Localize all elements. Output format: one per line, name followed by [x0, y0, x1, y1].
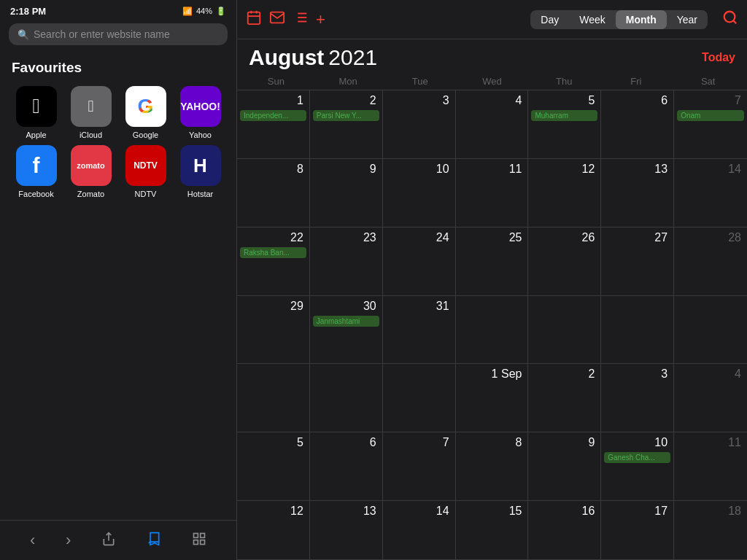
cell-aug4[interactable]: 4 — [456, 90, 529, 158]
event-independence[interactable]: Independen... — [240, 110, 306, 121]
date-sep8: 8 — [459, 435, 525, 451]
apple-label: Apple — [26, 131, 46, 139]
cell-sep7[interactable]: 7 — [383, 432, 456, 500]
cell-sep2[interactable]: 2 — [528, 364, 601, 432]
fav-yahoo[interactable]: YAHOO! Yahoo — [176, 86, 225, 139]
cell-aug30[interactable]: 30 Janmashtami — [310, 296, 383, 364]
cell-sep1[interactable]: 1 Sep — [456, 364, 529, 432]
date-sep16: 16 — [531, 503, 597, 519]
date-sep6: 6 — [313, 435, 379, 451]
cell-aug2[interactable]: 2 Parsi New Y... — [310, 90, 383, 158]
cell-aug31[interactable]: 31 — [383, 296, 456, 364]
cell-aug8[interactable]: 8 — [237, 159, 310, 227]
cell-aug5[interactable]: 5 Muharram — [528, 90, 601, 158]
list-icon-button[interactable] — [293, 9, 309, 29]
view-day[interactable]: Day — [530, 10, 569, 29]
cell-sep13[interactable]: 13 — [310, 501, 383, 559]
cell-aug26[interactable]: 26 — [528, 228, 601, 295]
add-event-button[interactable]: + — [316, 10, 325, 29]
date-2: 2 — [313, 93, 379, 109]
cell-sep11[interactable]: 11 — [674, 432, 747, 500]
cell-sep3[interactable]: 3 — [601, 364, 674, 432]
date-31: 31 — [386, 298, 452, 314]
cell-aug14[interactable]: 14 — [674, 159, 747, 227]
cell-sep10[interactable]: 10 Ganesh Cha... — [601, 432, 674, 500]
cell-aug28[interactable]: 28 — [674, 228, 747, 295]
cell-sep17[interactable]: 17 — [601, 501, 674, 559]
event-parsi[interactable]: Parsi New Y... — [313, 110, 379, 121]
cell-aug10[interactable]: 10 — [383, 159, 456, 227]
cell-aug12[interactable]: 12 — [528, 159, 601, 227]
fav-hotstar[interactable]: H Hotstar — [176, 145, 225, 198]
calendar-icon-button[interactable] — [246, 9, 262, 29]
hotstar-logo: H — [193, 155, 207, 177]
cell-sep6[interactable]: 6 — [310, 432, 383, 500]
view-month[interactable]: Month — [616, 10, 667, 29]
cell-empty-5[interactable] — [237, 364, 310, 432]
view-week[interactable]: Week — [569, 10, 616, 29]
bookmarks-button[interactable] — [144, 529, 164, 553]
date-24: 24 — [386, 230, 452, 246]
cell-aug13[interactable]: 13 — [601, 159, 674, 227]
cell-aug1[interactable]: 1 Independen... — [237, 90, 310, 158]
fav-ndtv[interactable]: NDTV NDTV — [121, 145, 170, 198]
cell-sep5[interactable]: 5 — [237, 432, 310, 500]
cell-aug22[interactable]: 22 Raksha Ban... — [237, 228, 310, 295]
fav-google[interactable]: G Google — [121, 86, 170, 139]
cell-aug27[interactable]: 27 — [601, 228, 674, 295]
yahoo-logo: YAHOO! — [180, 101, 220, 112]
status-time: 2:18 PM — [10, 6, 46, 17]
yahoo-icon-bg: YAHOO! — [180, 86, 221, 127]
cell-aug9[interactable]: 9 — [310, 159, 383, 227]
cell-sep16[interactable]: 16 — [528, 501, 601, 559]
date-empty-7 — [386, 366, 452, 369]
today-button[interactable]: Today — [702, 51, 735, 64]
cell-empty-4[interactable] — [674, 296, 747, 364]
event-muharram[interactable]: Muharram — [531, 110, 597, 121]
cell-aug11[interactable]: 11 — [456, 159, 529, 227]
cell-sep18[interactable]: 18 — [674, 501, 747, 559]
date-22: 22 — [240, 230, 306, 246]
cell-aug24[interactable]: 24 — [383, 228, 456, 295]
battery-icon: 🔋 — [216, 7, 226, 16]
calendar-search-button[interactable] — [722, 9, 738, 29]
forward-button[interactable]: › — [63, 528, 74, 553]
cal-toolbar-icons: + — [246, 9, 325, 29]
fav-zomato[interactable]: zomato Zomato — [66, 145, 115, 198]
cell-aug23[interactable]: 23 — [310, 228, 383, 295]
cell-sep8[interactable]: 8 — [456, 432, 529, 500]
event-ganesh[interactable]: Ganesh Cha... — [604, 452, 670, 463]
fav-apple[interactable]:  Apple — [12, 86, 61, 139]
view-year[interactable]: Year — [667, 10, 708, 29]
cell-sep9[interactable]: 9 — [528, 432, 601, 500]
event-onam[interactable]: Onam — [677, 110, 744, 121]
date-28: 28 — [677, 230, 744, 246]
fav-facebook[interactable]: f Facebook — [12, 145, 61, 198]
cell-aug25[interactable]: 25 — [456, 228, 529, 295]
cell-aug3[interactable]: 3 — [383, 90, 456, 158]
back-button[interactable]: ‹ — [27, 528, 38, 553]
cell-empty-7[interactable] — [383, 364, 456, 432]
fav-icloud[interactable]:  iCloud — [66, 86, 115, 139]
date-5: 5 — [531, 93, 597, 109]
cell-sep12[interactable]: 12 — [237, 501, 310, 559]
cell-empty-6[interactable] — [310, 364, 383, 432]
calendar-panel: + Day Week Month Year August 2021 Today … — [237, 0, 747, 560]
event-raksha[interactable]: Raksha Ban... — [240, 247, 306, 258]
search-bar[interactable]: 🔍 Search or enter website name — [9, 23, 228, 45]
cell-aug7[interactable]: 7 Onam — [674, 90, 747, 158]
cell-empty-2[interactable] — [528, 296, 601, 364]
cell-sep15[interactable]: 15 — [456, 501, 529, 559]
favourites-title: Favourites — [12, 60, 225, 76]
cell-empty-3[interactable] — [601, 296, 674, 364]
share-button[interactable] — [98, 529, 119, 553]
tabs-button[interactable] — [189, 529, 209, 553]
event-janmashtami[interactable]: Janmashtami — [313, 316, 379, 327]
inbox-icon-button[interactable] — [269, 9, 285, 29]
date-14: 14 — [677, 161, 744, 177]
cell-empty-1[interactable] — [456, 296, 529, 364]
cell-aug6[interactable]: 6 — [601, 90, 674, 158]
cell-aug29[interactable]: 29 — [237, 296, 310, 364]
cell-sep14[interactable]: 14 — [383, 501, 456, 559]
cell-sep4[interactable]: 4 — [674, 364, 747, 432]
